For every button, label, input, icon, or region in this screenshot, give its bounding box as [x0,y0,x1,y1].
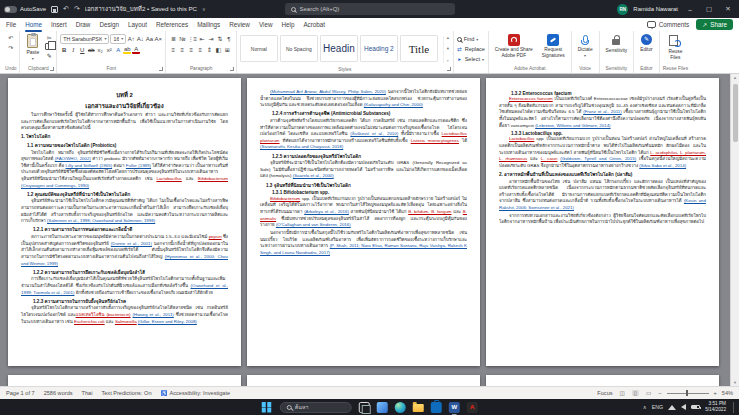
style-no-spacing[interactable]: No Spacing [280,35,318,62]
dictate-button[interactable]: Dictate ▾ [575,33,596,58]
page-3[interactable]: 1.3.2 Enterococcus faeciumEnterococcus f… [486,78,719,366]
gallery-more-icon[interactable]: ▿ [447,58,449,63]
redo-icon[interactable]: ↷ [7,43,15,52]
align-right-icon[interactable]: ≡ [187,45,195,54]
zoom-percentage[interactable]: 54% [722,390,733,396]
battery-icon[interactable] [691,405,700,410]
print-layout-button[interactable]: ▯ [632,390,639,396]
vertical-scrollbar[interactable]: ▲ ▼ [730,74,739,386]
style-heading-1[interactable]: Headin [320,35,358,62]
numbering-icon[interactable]: № [178,34,186,43]
bullets-icon[interactable]: ≣ [169,34,177,43]
dictate-caret-icon[interactable]: ▾ [584,54,586,59]
text-effects-icon[interactable]: A [114,45,122,54]
start-button[interactable] [261,402,266,407]
focus-button[interactable]: Focus [597,390,612,396]
font-color-icon[interactable]: A [132,45,140,54]
page-4[interactable] [8,375,241,386]
language-indicator[interactable]: Thai [82,390,93,396]
format-painter-icon[interactable]: ✎ [45,51,53,60]
undo-icon[interactable]: ↶ [7,33,15,42]
font-size-select[interactable]: 16 ▾ [110,34,126,44]
autosave-toggle[interactable]: AutoSave [4,6,46,13]
increase-font-size-icon[interactable]: A↑ [127,34,135,43]
page-indicator[interactable]: Page 1 of 7 [6,390,35,396]
sort-icon[interactable]: ⇅ [216,34,224,43]
tab-references[interactable]: References [156,19,188,31]
italic-icon[interactable]: I [69,45,77,54]
font-name-select[interactable]: TH SarabunPSK ▾ [60,34,109,44]
decrease-font-size-icon[interactable]: A↓ [136,34,144,43]
tab-mailings[interactable]: Mailings [197,19,220,31]
tab-acrobat[interactable]: Acrobat [303,19,325,31]
multilevel-list-icon[interactable]: ⋮≡ [187,34,197,43]
tab-file[interactable]: File [6,19,16,31]
tab-view[interactable]: View [259,19,273,31]
file-explorer-button[interactable] [413,404,424,412]
undo-icon[interactable]: ↶ [63,5,69,13]
task-view-button[interactable] [359,402,370,413]
replace-button[interactable]: ⇄Replace [457,45,485,53]
style-title[interactable]: Title [400,35,438,62]
acrobat-button[interactable]: A [467,402,478,413]
justify-icon[interactable]: ≡ [196,45,204,54]
align-left-icon[interactable]: ≡ [169,45,177,54]
zoom-out-button[interactable]: − [658,390,661,396]
style-heading-2[interactable]: Heading 2 [360,35,398,62]
gallery-up-icon[interactable]: ▲ [446,36,450,40]
web-layout-button[interactable]: ▭ [644,390,653,396]
zoom-slider-thumb[interactable] [686,390,689,396]
zoom-slider[interactable] [667,393,709,394]
copy-icon[interactable] [45,43,53,50]
editor-button[interactable]: Editor [637,33,656,53]
change-case-icon[interactable]: Aa [145,34,153,43]
select-button[interactable]: ▸Select▾ [457,55,484,63]
show-desktop-button[interactable] [733,402,735,413]
style-normal[interactable]: Normal [240,35,278,62]
tab-draw[interactable]: Draw [76,19,91,31]
tab-insert[interactable]: Insert [51,19,67,31]
accessibility-status[interactable]: ♿ Accessibility: Investigate [161,390,231,396]
strikethrough-icon[interactable]: ab [87,45,95,54]
save-icon[interactable] [51,6,58,13]
edge-button[interactable] [395,402,406,413]
borders-icon[interactable]: ⊞ [223,45,231,54]
maximize-button[interactable]: ▢ [702,5,716,13]
widgets-button[interactable] [377,402,388,413]
volume-icon[interactable] [681,404,686,410]
share-button[interactable]: ↗ Share [696,19,733,30]
clear-formatting-icon[interactable]: A× [154,34,162,43]
avatar[interactable]: RN [617,4,628,15]
word-count[interactable]: 2586 words [44,390,73,396]
redo-icon[interactable]: ↷ [74,5,80,13]
tray-chevron-icon[interactable]: ∧ [643,404,647,410]
page-2[interactable]: (Muhammad Arif Anwar, Abdul Wasey, Phili… [247,78,480,366]
wifi-icon[interactable] [668,405,676,410]
request-signatures-button[interactable]: Request Signatures [539,33,568,58]
comments-button[interactable]: Comments [647,21,689,28]
underline-icon[interactable]: U [78,45,86,54]
search-box[interactable]: Search (Alt+Q) [285,3,455,15]
minimize-button[interactable]: – [683,6,697,13]
shading-icon[interactable]: ◧ [214,45,222,54]
tab-help[interactable]: Help [281,19,294,31]
decrease-indent-icon[interactable]: ⇤ [198,34,206,43]
language-switcher[interactable]: ENG [652,404,663,410]
find-button[interactable]: Find▾ [457,35,479,43]
document-title[interactable]: เอกสารงานวิจัย_บทที่2 • Saved to this PC [85,4,197,14]
page-6[interactable] [486,375,719,386]
create-share-adobe-pdf-button[interactable]: Create and Share Adobe PDF [492,33,536,58]
page-5[interactable] [247,375,480,386]
sensitivity-button[interactable]: Sensitivity [603,33,631,54]
subscript-icon[interactable]: x₂ [96,45,104,54]
show-formatting-icon[interactable]: ¶ [225,34,233,43]
line-spacing-icon[interactable]: ⇕ [205,45,213,54]
bold-icon[interactable]: B [60,45,68,54]
word-button[interactable]: W [449,402,460,413]
read-mode-button[interactable]: ◫ [618,390,627,396]
microsoft-store-button[interactable] [431,402,442,413]
clock[interactable]: 3:51 PM 5/14/2022 [705,401,726,413]
scroll-down-icon[interactable]: ▼ [733,380,737,385]
reuse-files-button[interactable]: Reuse Files [663,33,688,60]
superscript-icon[interactable]: x² [105,45,113,54]
